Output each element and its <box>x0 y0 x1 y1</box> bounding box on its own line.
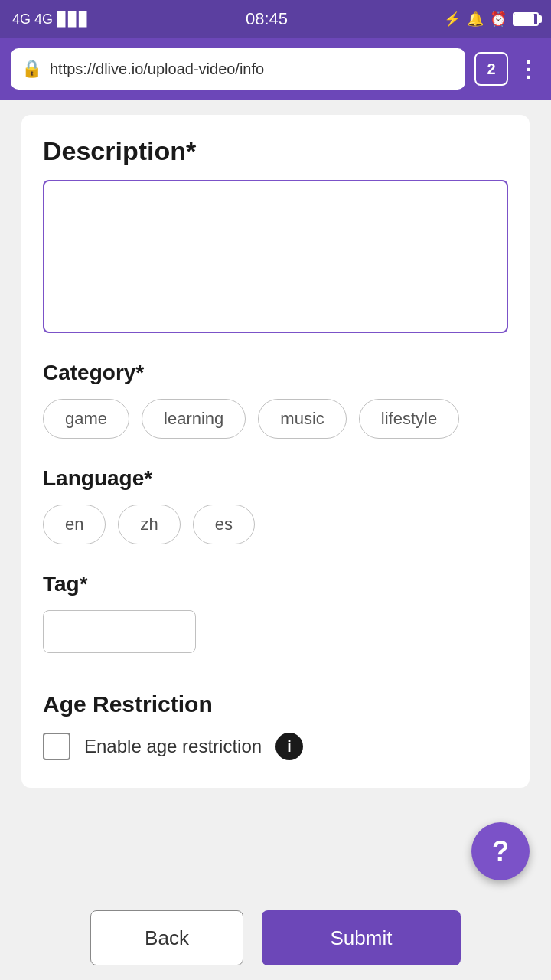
url-text: https://dlive.io/upload-video/info <box>50 60 455 78</box>
age-restriction-checkbox[interactable] <box>43 733 70 760</box>
more-options-icon[interactable]: ⋮ <box>517 57 540 82</box>
category-chip-learning[interactable]: learning <box>142 399 246 439</box>
language-chip-en[interactable]: en <box>43 505 106 544</box>
status-bar: 4G 4G ▊▊▊ 08:45 ⚡ 🔔 ⏰ <box>0 0 551 38</box>
category-chip-game[interactable]: game <box>43 399 129 439</box>
tag-input[interactable] <box>43 610 196 653</box>
age-restriction-label: Enable age restriction <box>84 736 262 757</box>
language-label: Language* <box>43 466 508 491</box>
system-icons: ⚡ 🔔 ⏰ <box>444 11 539 28</box>
language-chip-zh[interactable]: zh <box>118 505 180 544</box>
age-restriction-title: Age Restriction <box>43 691 508 717</box>
category-chip-lifestyle[interactable]: lifestyle <box>359 399 459 439</box>
bottom-buttons: Back Submit <box>0 896 551 980</box>
category-label: Category* <box>43 361 508 385</box>
description-textarea[interactable] <box>43 180 508 333</box>
network-info: 4G 4G ▊▊▊ <box>12 11 90 28</box>
signal-bars-icon: ▊▊▊ <box>57 11 90 28</box>
tag-section: Tag* <box>43 572 508 653</box>
category-chip-row: game learning music lifestyle <box>43 399 508 439</box>
tag-label: Tag* <box>43 572 508 596</box>
bell-icon: 🔔 <box>467 11 484 28</box>
help-fab-button[interactable]: ? <box>471 822 530 880</box>
submit-button[interactable]: Submit <box>262 910 461 965</box>
battery-icon <box>513 12 539 26</box>
network-text: 4G 4G <box>12 11 53 28</box>
back-button[interactable]: Back <box>90 910 243 965</box>
bluetooth-icon: ⚡ <box>444 11 461 28</box>
info-icon[interactable]: i <box>276 733 303 760</box>
form-card: Description* Category* game learning mus… <box>21 115 530 788</box>
tab-count-badge[interactable]: 2 <box>474 52 508 86</box>
category-chip-music[interactable]: music <box>258 399 346 439</box>
language-chip-es[interactable]: es <box>193 505 255 544</box>
browser-bar: 🔒 https://dlive.io/upload-video/info 2 ⋮ <box>0 38 551 100</box>
time-display: 08:45 <box>246 9 288 29</box>
age-restriction-row: Enable age restriction i <box>43 733 508 760</box>
lock-icon: 🔒 <box>21 59 42 79</box>
language-chip-row: en zh es <box>43 505 508 544</box>
category-section: Category* game learning music lifestyle <box>43 361 508 439</box>
clock-icon: ⏰ <box>490 11 507 28</box>
url-bar[interactable]: 🔒 https://dlive.io/upload-video/info <box>11 48 465 90</box>
age-restriction-section: Age Restriction Enable age restriction i <box>43 691 508 760</box>
language-section: Language* en zh es <box>43 466 508 544</box>
main-content: Description* Category* game learning mus… <box>0 100 551 903</box>
description-label: Description* <box>43 136 508 166</box>
